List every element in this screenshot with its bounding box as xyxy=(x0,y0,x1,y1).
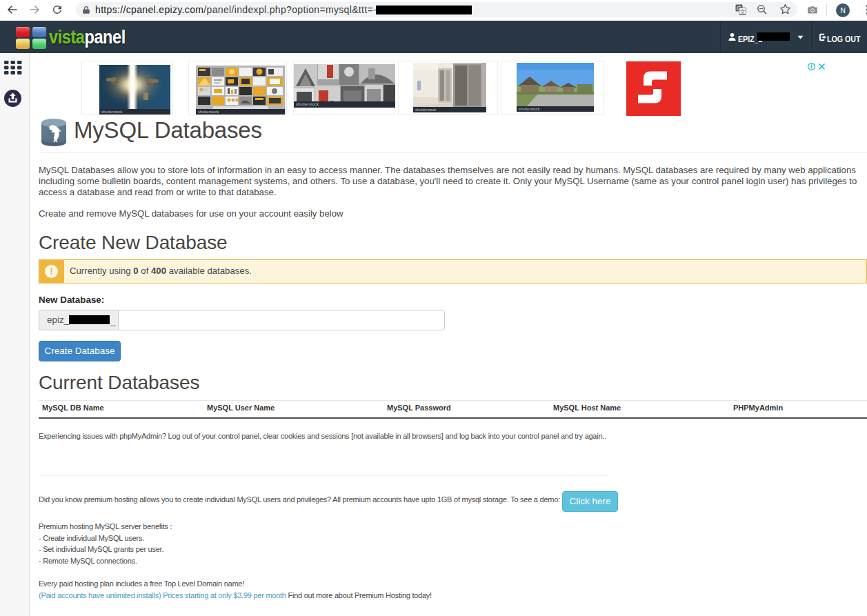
svg-text:文: 文 xyxy=(739,8,746,15)
